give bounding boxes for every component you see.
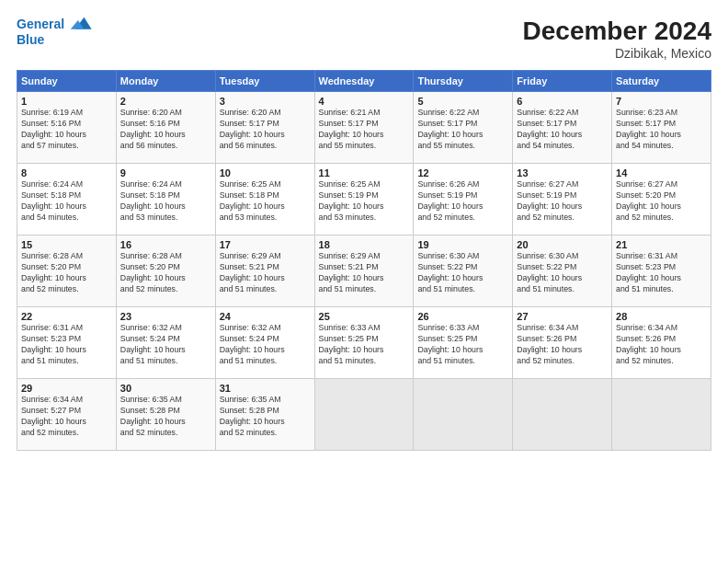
day-info: Sunrise: 6:26 AMSunset: 5:19 PMDaylight:… bbox=[417, 179, 508, 224]
day-info: Sunrise: 6:28 AMSunset: 5:20 PMDaylight:… bbox=[120, 251, 211, 295]
calendar-cell: 31Sunrise: 6:35 AMSunset: 5:28 PMDayligh… bbox=[215, 379, 314, 451]
day-info: Sunrise: 6:35 AMSunset: 5:28 PMDaylight:… bbox=[220, 395, 311, 439]
calendar-cell: 14Sunrise: 6:27 AMSunset: 5:20 PMDayligh… bbox=[612, 164, 711, 236]
day-info: Sunrise: 6:34 AMSunset: 5:27 PMDaylight:… bbox=[21, 395, 112, 439]
logo-icon bbox=[70, 16, 94, 32]
day-number: 12 bbox=[417, 167, 508, 178]
day-info: Sunrise: 6:32 AMSunset: 5:24 PMDaylight:… bbox=[120, 323, 211, 367]
calendar-cell: 21Sunrise: 6:31 AMSunset: 5:23 PMDayligh… bbox=[612, 236, 711, 307]
day-info: Sunrise: 6:25 AMSunset: 5:18 PMDaylight:… bbox=[220, 179, 311, 224]
day-info: Sunrise: 6:29 AMSunset: 5:21 PMDaylight:… bbox=[220, 251, 311, 295]
day-number: 30 bbox=[120, 383, 211, 394]
calendar-cell: 9Sunrise: 6:24 AMSunset: 5:18 PMDaylight… bbox=[116, 164, 215, 236]
calendar-cell: 15Sunrise: 6:28 AMSunset: 5:20 PMDayligh… bbox=[17, 236, 117, 307]
day-info: Sunrise: 6:33 AMSunset: 5:25 PMDaylight:… bbox=[417, 323, 508, 367]
calendar-cell: 22Sunrise: 6:31 AMSunset: 5:23 PMDayligh… bbox=[17, 307, 117, 379]
calendar-cell: 16Sunrise: 6:28 AMSunset: 5:20 PMDayligh… bbox=[116, 236, 215, 307]
calendar-cell: 25Sunrise: 6:33 AMSunset: 5:25 PMDayligh… bbox=[314, 307, 414, 379]
title-block: December 2024 Dzibikak, Mexico bbox=[523, 17, 711, 61]
day-number: 29 bbox=[21, 383, 112, 394]
week-row-3: 15Sunrise: 6:28 AMSunset: 5:20 PMDayligh… bbox=[17, 236, 711, 307]
header-friday: Friday bbox=[513, 71, 612, 92]
calendar-cell bbox=[612, 379, 711, 451]
calendar-cell: 8Sunrise: 6:24 AMSunset: 5:18 PMDaylight… bbox=[17, 164, 117, 236]
day-info: Sunrise: 6:25 AMSunset: 5:19 PMDaylight:… bbox=[319, 179, 410, 224]
logo-blue: Blue bbox=[17, 32, 94, 47]
header-sunday: Sunday bbox=[17, 71, 117, 92]
day-info: Sunrise: 6:27 AMSunset: 5:19 PMDaylight:… bbox=[517, 179, 608, 224]
calendar-cell: 18Sunrise: 6:29 AMSunset: 5:21 PMDayligh… bbox=[314, 236, 414, 307]
calendar-title: December 2024 bbox=[523, 17, 711, 46]
day-number: 7 bbox=[616, 96, 707, 107]
day-number: 18 bbox=[319, 239, 410, 250]
week-row-5: 29Sunrise: 6:34 AMSunset: 5:27 PMDayligh… bbox=[17, 379, 711, 451]
day-info: Sunrise: 6:24 AMSunset: 5:18 PMDaylight:… bbox=[21, 179, 112, 224]
page: General Blue December 2024 Dzibikak, Mex… bbox=[0, 0, 728, 563]
day-info: Sunrise: 6:24 AMSunset: 5:18 PMDaylight:… bbox=[120, 179, 211, 224]
day-number: 17 bbox=[220, 239, 311, 250]
logo: General Blue bbox=[17, 17, 94, 47]
day-number: 14 bbox=[616, 167, 707, 178]
day-number: 15 bbox=[21, 239, 112, 250]
calendar-cell: 12Sunrise: 6:26 AMSunset: 5:19 PMDayligh… bbox=[414, 164, 513, 236]
day-number: 11 bbox=[319, 167, 410, 178]
week-row-2: 8Sunrise: 6:24 AMSunset: 5:18 PMDaylight… bbox=[17, 164, 711, 236]
day-number: 26 bbox=[417, 311, 508, 322]
calendar-cell: 5Sunrise: 6:22 AMSunset: 5:17 PMDaylight… bbox=[414, 92, 513, 164]
calendar-cell: 2Sunrise: 6:20 AMSunset: 5:16 PMDaylight… bbox=[116, 92, 215, 164]
header-monday: Monday bbox=[116, 71, 215, 92]
calendar-cell: 6Sunrise: 6:22 AMSunset: 5:17 PMDaylight… bbox=[513, 92, 612, 164]
day-number: 20 bbox=[517, 239, 608, 250]
calendar-cell: 23Sunrise: 6:32 AMSunset: 5:24 PMDayligh… bbox=[116, 307, 215, 379]
day-number: 1 bbox=[21, 96, 112, 107]
day-number: 6 bbox=[517, 96, 608, 107]
day-info: Sunrise: 6:28 AMSunset: 5:20 PMDaylight:… bbox=[21, 251, 112, 295]
calendar-cell: 28Sunrise: 6:34 AMSunset: 5:26 PMDayligh… bbox=[612, 307, 711, 379]
calendar-cell: 17Sunrise: 6:29 AMSunset: 5:21 PMDayligh… bbox=[215, 236, 314, 307]
day-info: Sunrise: 6:23 AMSunset: 5:17 PMDaylight:… bbox=[616, 108, 707, 152]
calendar-cell: 3Sunrise: 6:20 AMSunset: 5:17 PMDaylight… bbox=[215, 92, 314, 164]
day-info: Sunrise: 6:21 AMSunset: 5:17 PMDaylight:… bbox=[319, 108, 410, 152]
day-info: Sunrise: 6:32 AMSunset: 5:24 PMDaylight:… bbox=[220, 323, 311, 367]
calendar-cell: 29Sunrise: 6:34 AMSunset: 5:27 PMDayligh… bbox=[17, 379, 117, 451]
day-info: Sunrise: 6:22 AMSunset: 5:17 PMDaylight:… bbox=[417, 108, 508, 152]
day-info: Sunrise: 6:30 AMSunset: 5:22 PMDaylight:… bbox=[517, 251, 608, 295]
calendar-cell: 27Sunrise: 6:34 AMSunset: 5:26 PMDayligh… bbox=[513, 307, 612, 379]
calendar-cell: 7Sunrise: 6:23 AMSunset: 5:17 PMDaylight… bbox=[612, 92, 711, 164]
calendar-cell: 13Sunrise: 6:27 AMSunset: 5:19 PMDayligh… bbox=[513, 164, 612, 236]
calendar-table: Sunday Monday Tuesday Wednesday Thursday… bbox=[17, 70, 711, 451]
day-info: Sunrise: 6:34 AMSunset: 5:26 PMDaylight:… bbox=[517, 323, 608, 367]
day-number: 9 bbox=[120, 167, 211, 178]
calendar-cell: 1Sunrise: 6:19 AMSunset: 5:16 PMDaylight… bbox=[17, 92, 117, 164]
day-info: Sunrise: 6:27 AMSunset: 5:20 PMDaylight:… bbox=[616, 179, 707, 224]
calendar-cell bbox=[414, 379, 513, 451]
day-number: 19 bbox=[417, 239, 508, 250]
day-info: Sunrise: 6:31 AMSunset: 5:23 PMDaylight:… bbox=[21, 323, 112, 367]
day-number: 21 bbox=[616, 239, 707, 250]
day-number: 8 bbox=[21, 167, 112, 178]
day-number: 3 bbox=[220, 96, 311, 107]
day-number: 5 bbox=[417, 96, 508, 107]
weekday-header-row: Sunday Monday Tuesday Wednesday Thursday… bbox=[17, 71, 711, 92]
logo-text: General bbox=[17, 17, 94, 32]
day-info: Sunrise: 6:30 AMSunset: 5:22 PMDaylight:… bbox=[417, 251, 508, 295]
header: General Blue December 2024 Dzibikak, Mex… bbox=[17, 17, 711, 61]
day-info: Sunrise: 6:20 AMSunset: 5:16 PMDaylight:… bbox=[120, 108, 211, 152]
day-number: 22 bbox=[21, 311, 112, 322]
calendar-cell: 4Sunrise: 6:21 AMSunset: 5:17 PMDaylight… bbox=[314, 92, 414, 164]
calendar-cell: 11Sunrise: 6:25 AMSunset: 5:19 PMDayligh… bbox=[314, 164, 414, 236]
week-row-4: 22Sunrise: 6:31 AMSunset: 5:23 PMDayligh… bbox=[17, 307, 711, 379]
day-number: 4 bbox=[319, 96, 410, 107]
day-number: 28 bbox=[616, 311, 707, 322]
day-number: 25 bbox=[319, 311, 410, 322]
day-number: 13 bbox=[517, 167, 608, 178]
day-number: 31 bbox=[220, 383, 311, 394]
header-thursday: Thursday bbox=[414, 71, 513, 92]
calendar-cell: 24Sunrise: 6:32 AMSunset: 5:24 PMDayligh… bbox=[215, 307, 314, 379]
calendar-subtitle: Dzibikak, Mexico bbox=[523, 46, 711, 61]
day-number: 16 bbox=[120, 239, 211, 250]
header-saturday: Saturday bbox=[612, 71, 711, 92]
calendar-cell: 26Sunrise: 6:33 AMSunset: 5:25 PMDayligh… bbox=[414, 307, 513, 379]
day-info: Sunrise: 6:33 AMSunset: 5:25 PMDaylight:… bbox=[319, 323, 410, 367]
header-wednesday: Wednesday bbox=[314, 71, 414, 92]
